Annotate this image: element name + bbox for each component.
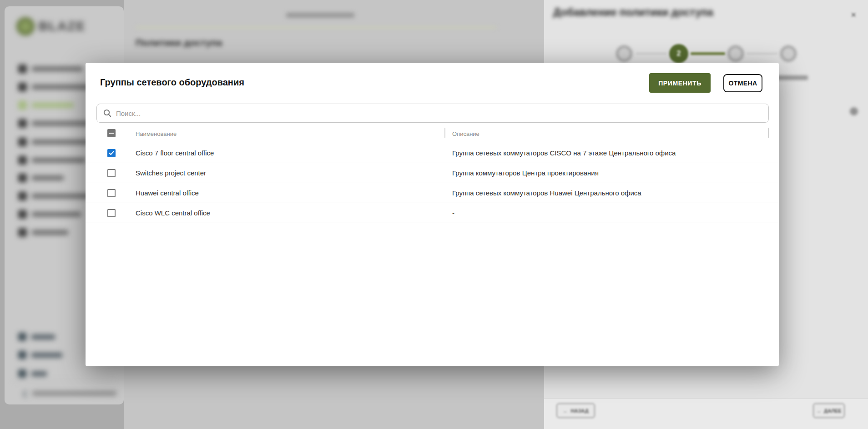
- collapse-panel-button[interactable]: ❮: [22, 389, 116, 398]
- next-button[interactable]: → ДАЛЕЕ: [813, 403, 845, 418]
- row-checkbox[interactable]: [107, 149, 116, 157]
- menu-icon: [18, 369, 26, 378]
- progress-line: [136, 26, 497, 29]
- cell-name: Cisco 7 floor central office: [136, 149, 214, 157]
- row-checkbox[interactable]: [107, 189, 116, 197]
- sidebar-item[interactable]: [18, 173, 64, 182]
- search-field: [96, 104, 769, 123]
- step-circle-4: [780, 45, 797, 62]
- cell-description: Группа сетевых коммутаторов Huawei Центр…: [452, 189, 641, 197]
- arrow-left-icon: ←: [563, 408, 568, 414]
- cell-description: -: [452, 209, 454, 217]
- cell-name: Cisco WLC central office: [136, 209, 210, 217]
- menu-icon: [18, 210, 27, 219]
- back-button[interactable]: ← НАЗАД: [556, 403, 595, 418]
- app-logo: BLAZE: [16, 17, 86, 35]
- sidebar-item[interactable]: [18, 210, 81, 219]
- menu-icon: [18, 101, 27, 110]
- menu-icon: [18, 228, 27, 237]
- sidebar-item-bottom[interactable]: [18, 350, 62, 359]
- select-all-checkbox[interactable]: [107, 129, 116, 137]
- row-checkbox[interactable]: [107, 169, 116, 177]
- menu-icon: [18, 83, 27, 91]
- cell-name: Switches project center: [136, 169, 206, 177]
- sidebar-item[interactable]: [18, 119, 96, 128]
- menu-icon: [18, 119, 27, 128]
- cell-name: Huawei central office: [136, 189, 199, 197]
- table-row[interactable]: Huawei central officeГруппа сетевых комм…: [86, 183, 779, 203]
- search-input[interactable]: [116, 110, 768, 117]
- column-header-description: Описание: [452, 130, 479, 137]
- menu-icon: [18, 174, 27, 182]
- row-checkbox[interactable]: [107, 209, 116, 217]
- menu-icon: [18, 333, 26, 341]
- column-header-name: Наименование: [136, 130, 177, 137]
- table-row[interactable]: Switches project centerГруппа коммутатор…: [86, 163, 779, 183]
- column-separator: [444, 128, 445, 138]
- sidebar-item-bottom[interactable]: [18, 332, 55, 341]
- sidebar-divider: [13, 381, 116, 381]
- menu-icon: [18, 138, 27, 146]
- logo-text: BLAZE: [39, 19, 86, 34]
- page-title: Политики доступа: [136, 37, 222, 48]
- logo-icon: [16, 17, 35, 35]
- search-icon: [103, 109, 111, 117]
- chevron-left-icon: ❮: [22, 389, 28, 398]
- arrow-right-icon: →: [816, 408, 821, 414]
- sidebar-item[interactable]: [18, 155, 86, 165]
- equipment-table-rows: Cisco 7 floor central officeГруппа сетев…: [86, 143, 779, 223]
- sidebar-item[interactable]: [18, 228, 68, 237]
- stepper-connector-done: [691, 52, 725, 55]
- breadcrumb: [286, 13, 354, 18]
- cell-description: Группа коммутаторов Центра проектировани…: [452, 169, 599, 177]
- cancel-button[interactable]: ОТМЕНА: [723, 74, 762, 92]
- sidebar-item-bottom[interactable]: [18, 369, 47, 378]
- table-row[interactable]: Cisco 7 floor central officeГруппа сетев…: [86, 143, 779, 163]
- menu-icon: [18, 156, 27, 165]
- menu-icon: [18, 351, 26, 359]
- step-circle-3: [727, 45, 744, 62]
- drawer-footer: ← НАЗАД → ДАЛЕЕ: [544, 399, 868, 429]
- sidebar-item-active[interactable]: [18, 100, 74, 110]
- stepper-connector: [747, 53, 777, 55]
- cell-description: Группа сетевых коммутаторов CISCO на 7 э…: [452, 149, 676, 157]
- equipment-groups-modal: Группы сетевого оборудования ПРИМЕНИТЬ О…: [86, 63, 779, 366]
- column-separator: [768, 128, 769, 138]
- menu-icon: [18, 192, 27, 200]
- step-circle-2-active: 2: [669, 44, 688, 63]
- stepper-connector: [636, 53, 667, 55]
- step-circle-1: [616, 45, 632, 62]
- table-header: Наименование Описание: [86, 126, 779, 142]
- sidebar-item[interactable]: [18, 64, 83, 73]
- table-row[interactable]: Cisco WLC central office-: [86, 203, 779, 223]
- menu-icon: [18, 65, 27, 73]
- gear-icon[interactable]: [850, 107, 858, 115]
- modal-title: Группы сетевого оборудования: [100, 77, 244, 88]
- apply-button[interactable]: ПРИМЕНИТЬ: [649, 73, 711, 93]
